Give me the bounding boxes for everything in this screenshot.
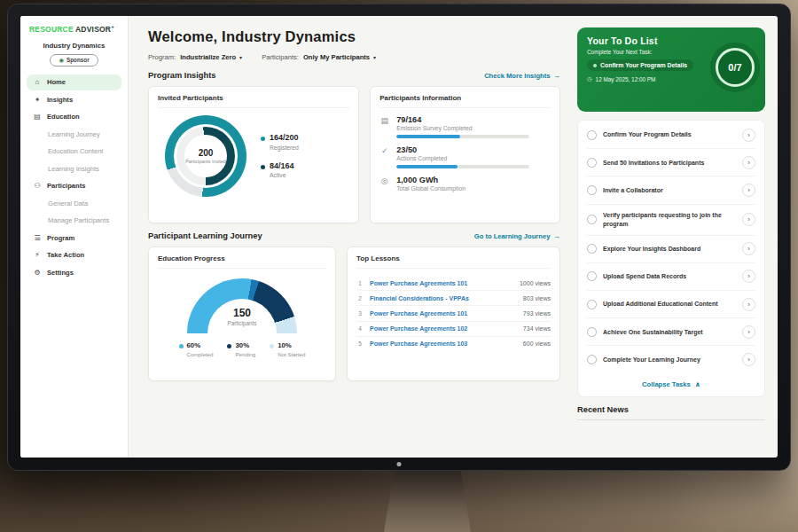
tasks-panel: Confirm Your Program Details › Send 50 I… bbox=[577, 120, 765, 397]
journey-cards-row: Education Progress 150 Participants bbox=[148, 246, 560, 381]
chevron-up-icon: ∧ bbox=[695, 380, 700, 388]
sidebar-item-education-content[interactable]: Education Content bbox=[27, 144, 121, 160]
checkbox-circle-icon[interactable] bbox=[587, 185, 597, 195]
sidebar-item-learning-journey[interactable]: Learning Journey bbox=[27, 126, 121, 142]
card-title: Education Progress bbox=[158, 254, 326, 269]
participants-dropdown[interactable]: Participants: Only My Participants ▾ bbox=[262, 53, 376, 61]
sidebar-item-program[interactable]: ☰ Program bbox=[27, 230, 121, 246]
chevron-right-icon[interactable]: › bbox=[742, 325, 755, 339]
task-row-verify-participants[interactable]: Verify participants requesting to join t… bbox=[587, 205, 755, 236]
participants-value: Only My Participants bbox=[303, 53, 370, 61]
legend-value: 60% bbox=[187, 342, 214, 350]
go-to-learning-journey-link[interactable]: Go to Learning Journey → bbox=[474, 232, 560, 240]
donut-chart-area: 200 Participants Invited 164/200 Registe bbox=[158, 115, 349, 197]
sidebar-item-insights[interactable]: ✦ Insights bbox=[27, 91, 121, 107]
legend-label: Registered bbox=[270, 145, 299, 151]
chevron-right-icon[interactable]: › bbox=[742, 184, 755, 197]
progress-fill bbox=[396, 135, 460, 138]
checkbox-circle-icon[interactable] bbox=[587, 300, 597, 309]
sidebar-item-participants[interactable]: ⚇ Participants bbox=[27, 178, 121, 194]
program-dropdown[interactable]: Program: Industrialize Zero ▾ bbox=[148, 53, 242, 61]
chevron-right-icon[interactable]: › bbox=[742, 242, 755, 255]
lesson-link[interactable]: Power Purchase Agreements 103 bbox=[370, 340, 517, 347]
task-row-upload-educational-content[interactable]: Upload Additional Educational Content › bbox=[587, 291, 755, 318]
sidebar-item-home[interactable]: ⌂ Home bbox=[27, 74, 121, 90]
participants-label: Participants: bbox=[262, 53, 299, 61]
participants-donut-chart: 200 Participants Invited bbox=[165, 115, 246, 197]
sidebar-item-manage-participants[interactable]: Manage Participants bbox=[27, 213, 121, 229]
sponsor-badge: ◉ Sponsor bbox=[50, 54, 98, 66]
task-row-upload-spend-data[interactable]: Upload Spend Data Records › bbox=[587, 263, 755, 291]
legend-item-pending: 30% Pending bbox=[227, 342, 255, 357]
lesson-link[interactable]: Financial Considerations - VPPAs bbox=[370, 295, 517, 301]
org-name: Industry Dynamics bbox=[20, 42, 128, 50]
checkbox-circle-icon[interactable] bbox=[587, 130, 597, 140]
filters-row: Program: Industrialize Zero ▾ Participan… bbox=[148, 53, 560, 61]
collapse-tasks-link[interactable]: Collapse Tasks ∧ bbox=[587, 373, 755, 396]
next-task-pill[interactable]: Confirm Your Program Details bbox=[587, 59, 693, 71]
checkbox-circle-icon[interactable] bbox=[587, 158, 597, 168]
lesson-rank: 2 bbox=[356, 295, 364, 301]
sidebar-item-learning-insights[interactable]: Learning Insights bbox=[27, 160, 121, 176]
card-title: Invited Participants bbox=[158, 94, 349, 108]
sidebar-item-education[interactable]: ▤ Education bbox=[27, 109, 121, 125]
power-led bbox=[397, 462, 402, 466]
insights-cards-row: Invited Participants 200 Participants In… bbox=[148, 86, 560, 223]
gauge-center-value: 150 bbox=[233, 307, 251, 319]
education-icon: ▤ bbox=[33, 113, 42, 121]
program-icon: ☰ bbox=[33, 234, 42, 242]
check-more-insights-link[interactable]: Check More Insights → bbox=[484, 72, 560, 80]
legend-label: Completed bbox=[187, 351, 214, 357]
checkbox-circle-icon[interactable] bbox=[587, 355, 597, 364]
home-icon: ⌂ bbox=[33, 78, 42, 86]
info-value: 1,000 GWh bbox=[396, 176, 551, 184]
task-row-complete-learning-journey[interactable]: Complete Your Learning Journey › bbox=[587, 346, 755, 372]
section-title: Participant Learning Journey bbox=[148, 231, 262, 240]
donut-center-label: Participants Invited bbox=[185, 159, 226, 165]
task-label: Verify participants requesting to join t… bbox=[603, 211, 736, 228]
legend-dot bbox=[227, 344, 231, 348]
participants-information-card: Participants Information ▤ 79/164 Emissi… bbox=[370, 86, 560, 223]
task-label: Send 50 Invitations to Participants bbox=[603, 159, 736, 167]
checkbox-circle-icon[interactable] bbox=[587, 271, 597, 281]
chevron-right-icon[interactable]: › bbox=[742, 156, 755, 169]
link-label: Check More Insights bbox=[484, 72, 550, 80]
chevron-right-icon[interactable]: › bbox=[742, 353, 755, 366]
sidebar-item-label: Settings bbox=[47, 269, 74, 277]
chevron-right-icon[interactable]: › bbox=[742, 298, 755, 311]
sidebar-item-general-data[interactable]: General Data bbox=[27, 195, 121, 211]
lesson-link[interactable]: Power Purchase Agreements 102 bbox=[370, 325, 517, 332]
sidebar-item-take-action[interactable]: ⚡ Take Action bbox=[27, 247, 121, 263]
task-row-invite-collaborator[interactable]: Invite a Collaborator › bbox=[587, 176, 755, 204]
legend-label: Active bbox=[270, 172, 294, 178]
checkbox-circle-icon[interactable] bbox=[587, 327, 597, 337]
task-row-achieve-target[interactable]: Achieve One Sustainability Target › bbox=[587, 318, 755, 346]
checkbox-circle-icon[interactable] bbox=[587, 215, 597, 224]
card-title: Participants Information bbox=[379, 94, 551, 108]
monitor-bezel: RESOURCE ADVISOR+ Industry Dynamics ◉ Sp… bbox=[7, 4, 791, 471]
monitor-stand bbox=[384, 469, 471, 532]
sidebar-item-settings[interactable]: ⚙ Settings bbox=[27, 264, 121, 280]
lesson-rank: 5 bbox=[356, 340, 364, 347]
donut-legend: 164/200 Registered 84/164 Active bbox=[261, 134, 299, 179]
lesson-link[interactable]: Power Purchase Agreements 101 bbox=[370, 310, 517, 317]
lesson-link[interactable]: Power Purchase Agreements 101 bbox=[370, 280, 513, 286]
chevron-right-icon[interactable]: › bbox=[742, 129, 755, 142]
todo-title: Your To Do List bbox=[587, 35, 755, 46]
legend-dot bbox=[270, 344, 274, 348]
insights-icon: ✦ bbox=[33, 96, 42, 104]
checkbox-circle-icon[interactable] bbox=[587, 244, 597, 254]
task-row-explore-insights[interactable]: Explore Your Insights Dashboard › bbox=[587, 236, 755, 263]
task-row-confirm-program[interactable]: Confirm Your Program Details › bbox=[587, 121, 755, 149]
invited-participants-card: Invited Participants 200 Participants In… bbox=[148, 86, 359, 223]
task-row-send-invitations[interactable]: Send 50 Invitations to Participants › bbox=[587, 149, 755, 176]
lesson-row: 3 Power Purchase Agreements 101 793 view… bbox=[356, 306, 551, 321]
sidebar-item-label: Manage Participants bbox=[48, 216, 109, 224]
gear-icon: ⚙ bbox=[33, 269, 42, 277]
legend-dot bbox=[261, 165, 265, 169]
chevron-right-icon[interactable]: › bbox=[742, 270, 755, 283]
task-label: Confirm Your Program Details bbox=[603, 130, 736, 138]
chevron-right-icon[interactable]: › bbox=[742, 213, 755, 226]
program-label: Program: bbox=[148, 53, 176, 61]
info-value: 79/164 bbox=[396, 115, 551, 124]
